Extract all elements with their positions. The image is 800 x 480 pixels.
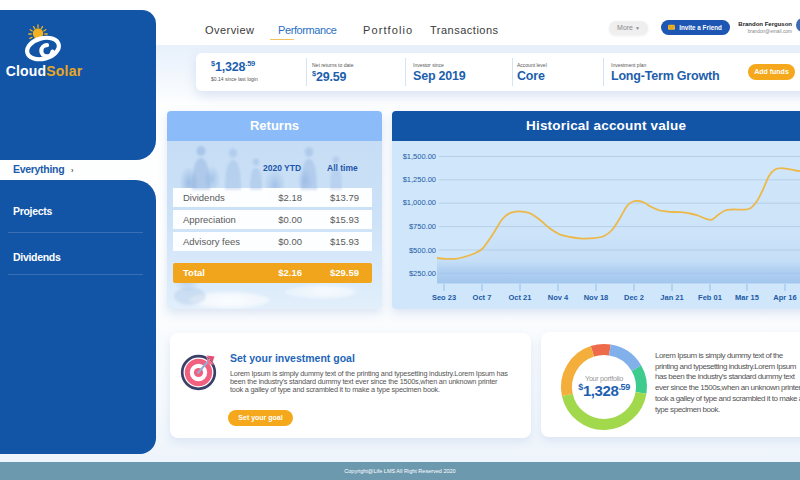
svg-text:$1,250.00: $1,250.00	[403, 175, 436, 184]
svg-text:Dec 2: Dec 2	[624, 293, 644, 302]
svg-text:Oct 7: Oct 7	[473, 293, 492, 302]
svg-text:$1,500.00: $1,500.00	[403, 152, 436, 161]
svg-text:Mar 15: Mar 15	[735, 293, 759, 302]
svg-text:Nov 4: Nov 4	[548, 293, 569, 302]
svg-text:$250.00: $250.00	[409, 269, 436, 278]
svg-text:Jan 21: Jan 21	[660, 293, 683, 302]
svg-text:Feb 01: Feb 01	[698, 293, 722, 302]
svg-text:Apr 16: Apr 16	[773, 293, 796, 302]
svg-text:$750.00: $750.00	[409, 222, 436, 231]
svg-text:Nov 18: Nov 18	[584, 293, 609, 302]
svg-text:Seo 23: Seo 23	[432, 293, 456, 302]
svg-text:Oct 21: Oct 21	[509, 293, 532, 302]
svg-text:$1,000.00: $1,000.00	[403, 198, 436, 207]
svg-text:$500.00: $500.00	[409, 246, 436, 255]
